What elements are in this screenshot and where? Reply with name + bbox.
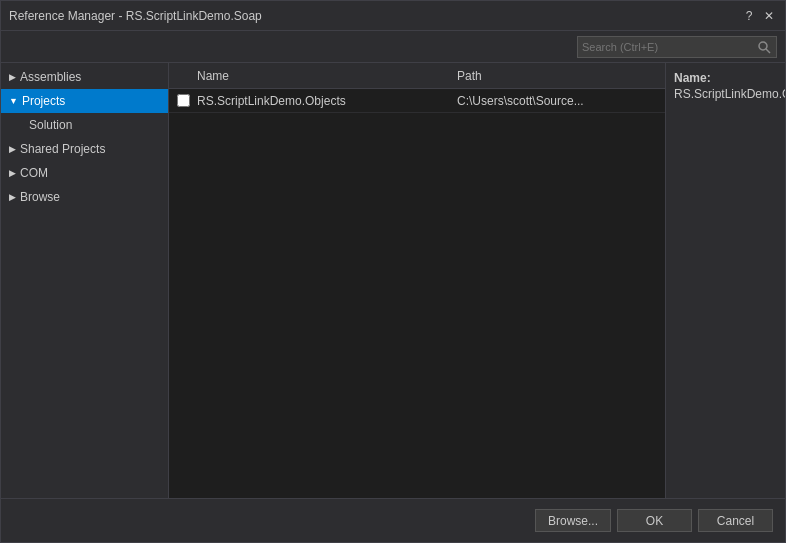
search-input[interactable]: [578, 41, 753, 53]
sidebar-item-browse[interactable]: ▶Browse: [1, 185, 168, 209]
svg-point-0: [759, 42, 767, 50]
search-bar: [1, 31, 785, 63]
dialog-title: Reference Manager - RS.ScriptLinkDemo.So…: [9, 9, 262, 23]
sidebar-arrow-shared-projects: ▶: [9, 144, 16, 154]
sidebar-arrow-projects: ▼: [9, 96, 18, 106]
sidebar-label-shared-projects: Shared Projects: [20, 142, 105, 156]
row-name-cell: RS.ScriptLinkDemo.Objects: [197, 94, 457, 108]
footer: Browse... OK Cancel: [1, 498, 785, 542]
header-name-col: Name: [197, 69, 457, 83]
sidebar-item-solution[interactable]: Solution: [1, 113, 168, 137]
browse-button[interactable]: Browse...: [535, 509, 611, 532]
search-wrap: [577, 36, 777, 58]
title-bar-controls: ? ✕: [741, 8, 777, 24]
close-button[interactable]: ✕: [761, 8, 777, 24]
sidebar-arrow-assemblies: ▶: [9, 72, 16, 82]
sidebar-arrow-com: ▶: [9, 168, 16, 178]
sidebar-label-assemblies: Assemblies: [20, 70, 81, 84]
sidebar-arrow-browse: ▶: [9, 192, 16, 202]
row-checkbox[interactable]: [177, 94, 190, 107]
row-checkbox-cell[interactable]: [177, 94, 197, 107]
detail-panel: Name: RS.ScriptLinkDemo.Objects: [665, 63, 785, 498]
sidebar-item-com[interactable]: ▶COM: [1, 161, 168, 185]
cancel-button[interactable]: Cancel: [698, 509, 773, 532]
row-path-cell: C:\Users\scott\Source...: [457, 94, 657, 108]
search-icon-button[interactable]: [753, 36, 775, 58]
dialog: Reference Manager - RS.ScriptLinkDemo.So…: [0, 0, 786, 543]
svg-line-1: [766, 49, 770, 53]
sidebar-label-browse: Browse: [20, 190, 60, 204]
detail-name-value: RS.ScriptLinkDemo.Objects: [674, 87, 785, 101]
table-header: Name Path: [169, 63, 665, 89]
sidebar-item-assemblies[interactable]: ▶Assemblies: [1, 65, 168, 89]
sidebar-label-com: COM: [20, 166, 48, 180]
ok-button[interactable]: OK: [617, 509, 692, 532]
table-body: RS.ScriptLinkDemo.Objects C:\Users\scott…: [169, 89, 665, 498]
sidebar-label-projects: Projects: [22, 94, 65, 108]
content-area: ▶Assemblies▼ProjectsSolution▶Shared Proj…: [1, 63, 785, 498]
sidebar-item-projects[interactable]: ▼Projects: [1, 89, 168, 113]
detail-name-label: Name:: [674, 71, 711, 85]
sidebar-label-solution: Solution: [29, 118, 72, 132]
main-panel: Name Path RS.ScriptLinkDemo.Objects C:\U…: [169, 63, 665, 498]
sidebar-item-shared-projects[interactable]: ▶Shared Projects: [1, 137, 168, 161]
sidebar: ▶Assemblies▼ProjectsSolution▶Shared Proj…: [1, 63, 169, 498]
help-button[interactable]: ?: [741, 8, 757, 24]
header-path-col: Path: [457, 69, 657, 83]
title-bar: Reference Manager - RS.ScriptLinkDemo.So…: [1, 1, 785, 31]
table-row[interactable]: RS.ScriptLinkDemo.Objects C:\Users\scott…: [169, 89, 665, 113]
